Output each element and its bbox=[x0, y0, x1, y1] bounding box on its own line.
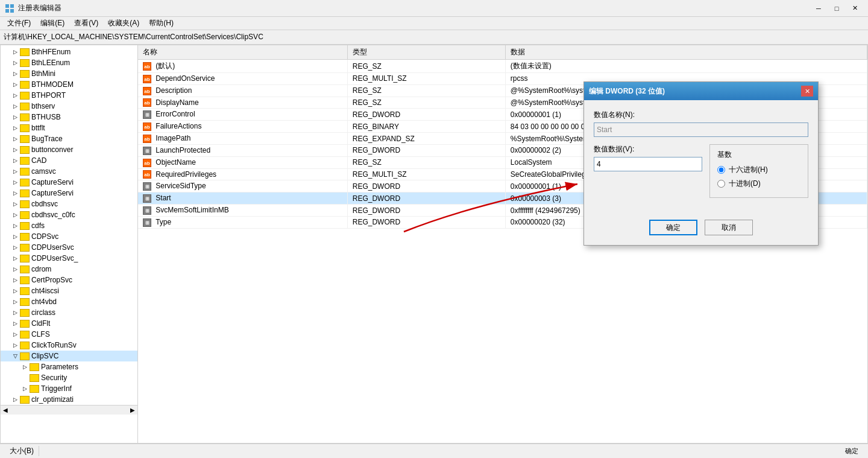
folder-icon bbox=[20, 179, 30, 186]
cell-name: ab DisplayName bbox=[138, 97, 347, 109]
dialog-close-button[interactable]: ✕ bbox=[801, 86, 813, 97]
tree-item-bthmodem[interactable]: ▷ BTHMODEM bbox=[1, 79, 137, 90]
tree-item-bthusb[interactable]: ▷ BTHUSB bbox=[1, 112, 137, 122]
tree-label-bthmini: BthMini bbox=[31, 69, 55, 78]
tree-item-circlass[interactable]: ▷ circlass bbox=[1, 307, 137, 318]
cell-type: REG_BINARY bbox=[347, 121, 505, 133]
cell-type: REG_SZ bbox=[347, 60, 505, 73]
value-name-input[interactable] bbox=[594, 122, 808, 137]
dec-label: 十进制(D) bbox=[729, 179, 761, 189]
value-name-label: 数值名称(N): bbox=[594, 110, 808, 120]
menu-help[interactable]: 帮助(H) bbox=[144, 17, 178, 30]
tree-label-bthusb: BTHUSB bbox=[31, 113, 61, 121]
tree-label-bthmodem: BTHMODEM bbox=[31, 80, 74, 89]
tree-item-captureservi1[interactable]: ▷ CaptureServi bbox=[1, 177, 137, 188]
value-data-row: 数值数据(V): 基数 十六进制(H) 十进制(D) bbox=[594, 144, 808, 198]
tree-item-cbdhsvc[interactable]: ▷ cbdhsvc bbox=[1, 199, 137, 209]
hex-radio[interactable] bbox=[717, 166, 725, 174]
tree-item-cdrom[interactable]: ▷ cdrom bbox=[1, 264, 137, 275]
entry-name: ObjectName bbox=[156, 158, 196, 167]
folder-icon bbox=[30, 363, 39, 371]
close-button[interactable]: ✕ bbox=[846, 2, 863, 14]
tree-item-bttflt[interactable]: ▷ bttflt bbox=[1, 122, 137, 133]
folder-icon bbox=[20, 200, 30, 208]
tree-item-cht4iscsi[interactable]: ▷ cht4iscsi bbox=[1, 285, 137, 296]
folder-icon bbox=[20, 157, 30, 165]
tree-label-bthport: BTHPORT bbox=[31, 91, 66, 100]
address-bar: 计算机\HKEY_LOCAL_MACHINE\SYSTEM\CurrentCon… bbox=[0, 30, 868, 45]
tree-item-bthleenum[interactable]: ▷ BthLEEnum bbox=[1, 57, 137, 68]
cell-name: ab DependOnService bbox=[138, 73, 347, 85]
tree-scroll-bar[interactable]: ◀ ▶ bbox=[1, 405, 137, 415]
col-header-type: 类型 bbox=[347, 45, 505, 60]
base-label: 基数 bbox=[717, 150, 800, 160]
scroll-right-btn[interactable]: ▶ bbox=[130, 407, 135, 413]
tree-label-cdfs: cdfs bbox=[31, 221, 45, 230]
entry-name: Description bbox=[156, 86, 192, 95]
tree-item-cbdhsvc-c0fc[interactable]: ▷ cbdhsvc_c0fc bbox=[1, 209, 137, 220]
tree-item-camsvc[interactable]: ▷ camsvc bbox=[1, 166, 137, 177]
entry-name: SvcMemSoftLimitInMB bbox=[156, 206, 228, 214]
folder-icon bbox=[20, 48, 30, 56]
dialog-body: 数值名称(N): 数值数据(V): 基数 十六进制(H) bbox=[584, 100, 818, 215]
folder-icon bbox=[20, 396, 30, 404]
tree-item-parameters[interactable]: ▷ Parameters bbox=[1, 361, 137, 372]
menu-favorites[interactable]: 收藏夹(A) bbox=[103, 17, 144, 30]
tree-item-bthhfenum[interactable]: ▷ BthHFEnum bbox=[1, 46, 137, 57]
reg-type-icon: ⊞ bbox=[143, 206, 151, 215]
dialog-ok-button[interactable]: 确定 bbox=[649, 220, 697, 235]
menu-view[interactable]: 查看(V) bbox=[69, 17, 103, 30]
menu-edit[interactable]: 编辑(E) bbox=[36, 17, 69, 30]
tree-item-bugtrace[interactable]: ▷ BugTrace bbox=[1, 133, 137, 144]
maximize-button[interactable]: □ bbox=[828, 2, 845, 14]
reg-type-icon: ab bbox=[143, 170, 151, 179]
tree-item-clicktorunsv[interactable]: ▷ ClickToRunSv bbox=[1, 340, 137, 351]
tree-item-bthport[interactable]: ▷ BTHPORT bbox=[1, 90, 137, 101]
window-title: 注册表编辑器 bbox=[18, 3, 810, 13]
tree-label-cdrom: cdrom bbox=[31, 265, 51, 273]
tree-item-cdfs[interactable]: ▷ cdfs bbox=[1, 220, 137, 231]
tree-item-cdpsvc[interactable]: ▷ CDPSvc bbox=[1, 231, 137, 242]
cell-data: (数值未设置) bbox=[505, 60, 867, 73]
dialog-buttons: 确定 取消 bbox=[584, 215, 818, 245]
tree-label-bthserv: bthserv bbox=[31, 102, 55, 110]
tree-item-cht4vbd[interactable]: ▷ cht4vbd bbox=[1, 296, 137, 307]
tree-item-cdpusersvc[interactable]: ▷ CDPUserSvc bbox=[1, 242, 137, 253]
tree-item-buttonconver[interactable]: ▷ buttonconver bbox=[1, 144, 137, 155]
folder-icon bbox=[20, 222, 30, 230]
scroll-left-btn[interactable]: ◀ bbox=[3, 407, 8, 413]
value-data-label: 数值数据(V): bbox=[594, 144, 702, 154]
cell-type: REG_DWORD bbox=[347, 216, 505, 228]
table-row[interactable]: ab (默认) REG_SZ (数值未设置) bbox=[138, 60, 867, 73]
cell-type: REG_SZ bbox=[347, 156, 505, 168]
tree-item-bthmini[interactable]: ▷ BthMini bbox=[1, 68, 137, 79]
svg-rect-3 bbox=[10, 9, 14, 13]
folder-open-icon bbox=[20, 352, 30, 360]
minimize-button[interactable]: ─ bbox=[810, 2, 827, 14]
tree-item-triggerinf[interactable]: ▷ TriggerInf bbox=[1, 383, 137, 394]
dialog-cancel-button[interactable]: 取消 bbox=[705, 220, 753, 235]
dec-radio[interactable] bbox=[717, 180, 725, 188]
reg-type-icon: ab bbox=[143, 159, 151, 167]
cell-name: ⊞ LaunchProtected bbox=[138, 144, 347, 156]
tree-item-clr-optimizati[interactable]: ▷ clr_optimizati bbox=[1, 394, 137, 405]
value-data-input[interactable] bbox=[594, 157, 702, 171]
menu-file[interactable]: 文件(F) bbox=[2, 17, 36, 30]
tree-item-security[interactable]: Security bbox=[1, 372, 137, 383]
cell-name: ab FailureActions bbox=[138, 121, 347, 133]
tree-item-clfs[interactable]: ▷ CLFS bbox=[1, 329, 137, 340]
tree-item-cldflt[interactable]: ▷ CldFlt bbox=[1, 318, 137, 329]
tree-label-bthhfenum: BthHFEnum bbox=[31, 48, 71, 56]
tree-item-captureservi2[interactable]: ▷ CaptureServi bbox=[1, 188, 137, 199]
address-text: 计算机\HKEY_LOCAL_MACHINE\SYSTEM\CurrentCon… bbox=[4, 32, 263, 42]
reg-type-icon: ⊞ bbox=[143, 110, 151, 119]
tree-item-cdpusersvc2[interactable]: ▷ CDPUserSvc_ bbox=[1, 253, 137, 264]
tree-item-bthserv[interactable]: ▷ bthserv bbox=[1, 101, 137, 112]
tree-item-certpropsvc[interactable]: ▷ CertPropSvc bbox=[1, 275, 137, 285]
col-header-data: 数据 bbox=[505, 45, 867, 60]
tree-item-clipsvc[interactable]: ▽ ClipSVC bbox=[1, 351, 137, 361]
tree-panel[interactable]: ▷ BthHFEnum ▷ BthLEEnum ▷ BthMini ▷ BTHM… bbox=[1, 45, 138, 443]
dword-dialog[interactable]: 编辑 DWORD (32 位值) ✕ 数值名称(N): 数值数据(V): 基数 bbox=[583, 81, 819, 246]
tree-label-bttflt: bttflt bbox=[31, 124, 45, 132]
tree-item-cad[interactable]: ▷ CAD bbox=[1, 155, 137, 166]
